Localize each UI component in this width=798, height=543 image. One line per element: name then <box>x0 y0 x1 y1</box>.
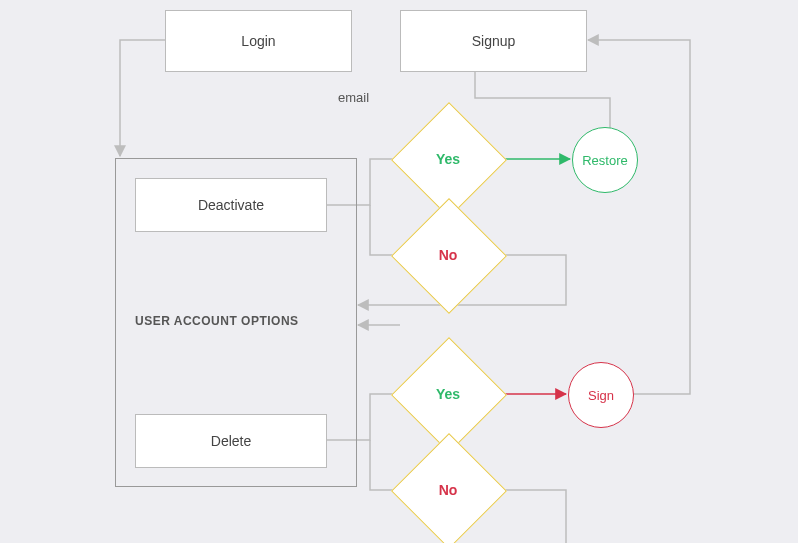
decision-deactivate-yes[interactable]: Yes <box>408 119 488 199</box>
node-sign[interactable]: Sign <box>568 362 634 428</box>
decision-label-no: No <box>408 215 488 295</box>
decision-label-yes: Yes <box>408 119 488 199</box>
node-signup-label: Signup <box>472 33 516 49</box>
flowchart-canvas: Login Signup email USER ACCOUNT OPTIONS … <box>0 0 798 543</box>
decision-label-yes-2: Yes <box>408 354 488 434</box>
node-login-label: Login <box>241 33 275 49</box>
decision-delete-no[interactable]: No <box>408 450 488 530</box>
node-sign-label: Sign <box>588 388 614 403</box>
decision-label-no-2: No <box>408 450 488 530</box>
node-deactivate-label: Deactivate <box>198 197 264 213</box>
node-login[interactable]: Login <box>165 10 352 72</box>
node-deactivate[interactable]: Deactivate <box>135 178 327 232</box>
group-label: USER ACCOUNT OPTIONS <box>135 314 299 328</box>
decision-deactivate-no[interactable]: No <box>408 215 488 295</box>
node-signup[interactable]: Signup <box>400 10 587 72</box>
decision-delete-yes[interactable]: Yes <box>408 354 488 434</box>
node-restore-label: Restore <box>582 153 628 168</box>
node-delete[interactable]: Delete <box>135 414 327 468</box>
node-delete-label: Delete <box>211 433 251 449</box>
edge-label-email: email <box>338 90 369 105</box>
node-restore[interactable]: Restore <box>572 127 638 193</box>
